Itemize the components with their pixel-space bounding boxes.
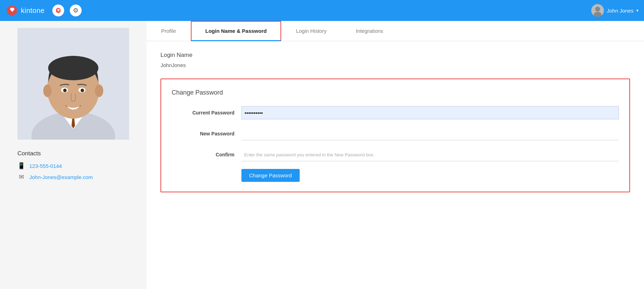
change-password-title: Change Password <box>172 89 619 96</box>
apps-button[interactable] <box>52 5 64 16</box>
login-name-value: JohnJones <box>160 62 630 68</box>
chevron-down-icon: ▾ <box>636 8 638 13</box>
phone-contact: 📱 123-555-0144 <box>17 162 129 170</box>
change-password-box: Change Password Current Password New Pas… <box>160 79 630 192</box>
profile-photo-image <box>17 28 129 140</box>
header: kintone ⚙ John Jones ▾ <box>0 0 644 21</box>
settings-button[interactable]: ⚙ <box>70 5 82 16</box>
avatar-image <box>591 4 604 17</box>
email-contact: ✉ John-Jones@example.com <box>17 173 129 181</box>
current-password-input[interactable] <box>241 106 619 119</box>
email-icon: ✉ <box>17 173 25 181</box>
contacts-section: Contacts 📱 123-555-0144 ✉ John-Jones@exa… <box>17 150 129 184</box>
phone-icon: 📱 <box>17 162 25 170</box>
confirm-password-row: Confirm <box>172 148 619 161</box>
tab-profile[interactable]: Profile <box>147 21 191 41</box>
sidebar: Contacts 📱 123-555-0144 ✉ John-Jones@exa… <box>0 21 147 289</box>
user-name: John Jones <box>607 8 634 14</box>
email-link[interactable]: John-Jones@example.com <box>29 174 93 180</box>
svg-point-1 <box>595 7 600 12</box>
user-menu[interactable]: John Jones ▾ <box>591 4 638 17</box>
kintone-logo-icon <box>6 4 18 17</box>
content-area: Profile Login Name & Password Login Hist… <box>147 21 644 289</box>
tab-login-history[interactable]: Login History <box>281 21 341 41</box>
logo: kintone <box>6 4 45 17</box>
svg-point-10 <box>43 84 52 97</box>
avatar <box>591 4 604 17</box>
new-password-label: New Password <box>172 131 241 136</box>
content-body: Login Name JohnJones Change Password Cur… <box>147 41 644 289</box>
current-password-row: Current Password <box>172 106 619 119</box>
login-name-label: Login Name <box>160 52 630 59</box>
phone-link[interactable]: 123-555-0144 <box>29 163 62 169</box>
login-name-section: Login Name JohnJones <box>160 52 630 68</box>
current-password-label: Current Password <box>172 110 241 116</box>
tab-integrations[interactable]: Integrations <box>341 21 398 41</box>
new-password-row: New Password <box>172 127 619 140</box>
confirm-password-label: Confirm <box>172 152 241 157</box>
confirm-password-input[interactable] <box>241 148 619 161</box>
gear-icon: ⚙ <box>73 7 78 14</box>
change-password-button[interactable]: Change Password <box>241 169 300 182</box>
profile-photo <box>17 28 129 140</box>
svg-point-14 <box>63 89 67 92</box>
tabs-nav: Profile Login Name & Password Login Hist… <box>147 21 644 41</box>
svg-point-11 <box>95 84 103 97</box>
main-layout: Contacts 📱 123-555-0144 ✉ John-Jones@exa… <box>0 21 644 289</box>
tab-login-name-password[interactable]: Login Name & Password <box>191 21 282 41</box>
svg-point-15 <box>81 89 84 92</box>
brand-name: kintone <box>21 7 45 15</box>
contacts-title: Contacts <box>17 150 129 157</box>
apps-icon <box>55 7 62 14</box>
new-password-input[interactable] <box>241 127 619 140</box>
